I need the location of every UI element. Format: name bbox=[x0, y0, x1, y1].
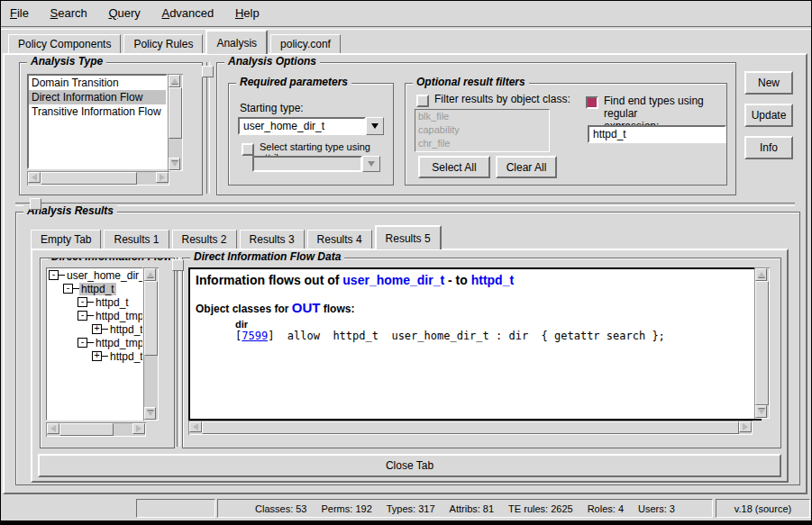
analysis-type-vscrollbar[interactable] bbox=[168, 74, 183, 171]
scroll-left-icon[interactable] bbox=[47, 423, 59, 434]
tree-node-httpd-t[interactable]: httpd_t bbox=[108, 323, 143, 336]
scroll-trough[interactable] bbox=[202, 421, 739, 434]
results-tab-bar: Empty Tab Results 1 Results 2 Results 3 … bbox=[31, 227, 444, 249]
tree-node-httpd-t-selected[interactable]: httpd_t bbox=[79, 283, 116, 295]
info-button[interactable]: Info bbox=[744, 136, 793, 159]
tree-node-httpd-tmpfs-t[interactable]: httpd_tmpfs_ bbox=[94, 337, 143, 349]
scroll-trough[interactable] bbox=[41, 172, 156, 185]
tab-results-1[interactable]: Results 1 bbox=[104, 230, 169, 249]
list-item-domain-transition[interactable]: Domain Transition bbox=[29, 76, 166, 90]
results-vertical-sash-handle[interactable] bbox=[172, 259, 184, 271]
main-tab-bar: Policy Components Policy Rules Analysis … bbox=[8, 32, 343, 53]
rule-id-link[interactable]: 7599 bbox=[242, 330, 268, 342]
regex-checkbox[interactable] bbox=[586, 96, 598, 109]
flow-tree-hscrollbar[interactable] bbox=[46, 422, 146, 437]
tab-results-5[interactable]: Results 5 bbox=[375, 225, 442, 249]
regex-input[interactable] bbox=[588, 125, 726, 143]
new-button[interactable]: New bbox=[744, 71, 793, 95]
object-class-checkbox[interactable] bbox=[416, 95, 429, 107]
collapse-icon[interactable]: - bbox=[78, 297, 87, 307]
scroll-down-icon[interactable] bbox=[144, 407, 156, 420]
menu-help-rest: elp bbox=[243, 6, 259, 20]
menu-advanced-key: A bbox=[161, 6, 169, 20]
stat-classes: Classes: 53 bbox=[255, 503, 306, 514]
expand-icon[interactable]: + bbox=[92, 324, 102, 334]
close-tab-button[interactable]: Close Tab bbox=[38, 454, 781, 477]
attrib-checkbox[interactable] bbox=[242, 143, 254, 156]
tab-results-2[interactable]: Results 2 bbox=[172, 230, 237, 249]
collapse-icon[interactable]: - bbox=[78, 311, 87, 321]
scroll-down-icon[interactable] bbox=[169, 158, 180, 170]
flow-data-heading: Information flows out of user_home_dir_t… bbox=[196, 273, 754, 287]
expand-icon[interactable]: + bbox=[92, 351, 102, 361]
scroll-trough[interactable] bbox=[169, 87, 182, 158]
vertical-sash-handle[interactable] bbox=[202, 66, 214, 77]
horizontal-sash-handle[interactable] bbox=[30, 198, 41, 210]
menu-bar: File Search Query Advanced Help bbox=[1, 1, 811, 26]
select-all-button[interactable]: Select All bbox=[418, 156, 490, 178]
results-vertical-sash[interactable] bbox=[177, 258, 180, 447]
scroll-thumb[interactable] bbox=[169, 87, 182, 139]
scroll-right-icon[interactable] bbox=[156, 172, 169, 183]
scroll-thumb[interactable] bbox=[202, 421, 739, 434]
tab-policy-components[interactable]: Policy Components bbox=[8, 34, 121, 53]
stat-perms: Perms: 192 bbox=[322, 503, 372, 514]
attrib-combo-value bbox=[252, 156, 362, 172]
results-page-panel: Direct Information Flow T -user_home_dir… bbox=[31, 249, 789, 483]
menu-query[interactable]: Query bbox=[99, 1, 149, 20]
tab-policy-rules[interactable]: Policy Rules bbox=[123, 34, 203, 53]
target-type-text: httpd_t bbox=[471, 273, 514, 287]
scroll-left-icon[interactable] bbox=[189, 421, 202, 432]
flow-direction-text: OUT bbox=[292, 300, 321, 315]
menu-divider bbox=[1, 26, 811, 30]
tree-node-httpd-t[interactable]: httpd_t bbox=[94, 296, 131, 309]
scroll-left-icon[interactable] bbox=[28, 172, 41, 183]
scroll-trough[interactable] bbox=[59, 423, 132, 436]
tab-analysis[interactable]: Analysis bbox=[205, 30, 268, 54]
scroll-up-icon[interactable] bbox=[144, 268, 156, 281]
tree-node-httpd-tmp-t[interactable]: httpd_tmp_t bbox=[94, 310, 143, 322]
starting-type-dropdown-button[interactable] bbox=[366, 117, 384, 135]
collapse-icon[interactable]: - bbox=[78, 338, 87, 348]
scroll-right-icon[interactable] bbox=[739, 421, 752, 432]
scroll-thumb[interactable] bbox=[41, 172, 137, 185]
scroll-thumb[interactable] bbox=[59, 423, 114, 436]
tab-results-4[interactable]: Results 4 bbox=[307, 230, 372, 249]
menu-file[interactable]: File bbox=[1, 1, 38, 20]
scroll-up-icon[interactable] bbox=[755, 268, 767, 281]
tab-empty-tab[interactable]: Empty Tab bbox=[31, 230, 101, 249]
scroll-right-icon[interactable] bbox=[132, 423, 145, 434]
optional-result-filters-group: Optional result filters Filter results b… bbox=[405, 83, 727, 186]
scroll-up-icon[interactable] bbox=[169, 75, 180, 87]
vertical-sash[interactable] bbox=[206, 62, 210, 194]
flow-data-group: Direct Information Flow Data Information… bbox=[182, 258, 781, 448]
flow-data-hscrollbar[interactable] bbox=[188, 421, 753, 435]
flow-tree-vscrollbar[interactable] bbox=[143, 267, 159, 421]
collapse-icon[interactable]: - bbox=[49, 270, 59, 280]
menu-query-rest: uery bbox=[118, 6, 141, 20]
clear-all-button[interactable]: Clear All bbox=[496, 156, 557, 178]
horizontal-sash[interactable] bbox=[15, 203, 795, 206]
scroll-thumb[interactable] bbox=[755, 281, 769, 405]
collapse-icon[interactable]: - bbox=[63, 284, 73, 294]
flow-tree-group: Direct Information Flow T -user_home_dir… bbox=[40, 258, 175, 448]
tree-node-httpd-t[interactable]: httpd_t bbox=[108, 350, 143, 363]
flow-tree-title: Direct Information Flow T bbox=[48, 258, 170, 263]
scroll-down-icon[interactable] bbox=[755, 405, 767, 418]
menu-search[interactable]: Search bbox=[41, 1, 96, 20]
flow-data-vscrollbar[interactable] bbox=[754, 267, 770, 419]
tree-node-user-home-dir-t[interactable]: user_home_dir_t bbox=[65, 269, 143, 282]
menu-help[interactable]: Help bbox=[226, 1, 269, 20]
scroll-thumb[interactable] bbox=[144, 281, 158, 356]
list-item-transitive-information-flow[interactable]: Transitive Information Flow bbox=[29, 104, 166, 119]
starting-type-combobox[interactable]: user_home_dir_t bbox=[238, 117, 384, 135]
tab-results-3[interactable]: Results 3 bbox=[240, 230, 305, 249]
scroll-trough[interactable] bbox=[755, 281, 769, 405]
update-button[interactable]: Update bbox=[744, 104, 793, 127]
menu-advanced[interactable]: Advanced bbox=[152, 1, 223, 20]
analysis-type-hscrollbar[interactable] bbox=[27, 171, 169, 186]
scroll-trough[interactable] bbox=[144, 281, 158, 407]
list-item-direct-information-flow[interactable]: Direct Information Flow bbox=[29, 90, 166, 104]
tab-policy-conf[interactable]: policy.conf bbox=[270, 34, 341, 53]
flow-data-textarea[interactable]: Information flows out of user_home_dir_t… bbox=[188, 267, 762, 421]
